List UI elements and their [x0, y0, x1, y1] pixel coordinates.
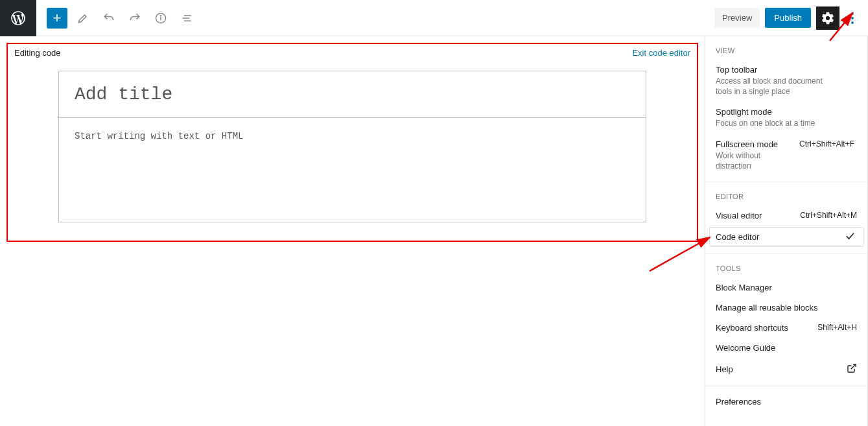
editor-box — [58, 71, 646, 222]
menu-desc: Focus on one block at a time — [716, 118, 832, 128]
svg-line-9 — [851, 364, 856, 369]
editor-heading: Editor — [705, 187, 867, 206]
menu-label-text: Keyboard shortcuts — [716, 323, 788, 333]
code-editor-bar: Editing code Exit code editor — [14, 48, 690, 58]
preview-button[interactable]: Preview — [714, 8, 760, 28]
view-heading: View — [705, 41, 867, 60]
svg-point-6 — [851, 12, 854, 15]
svg-point-8 — [851, 21, 854, 24]
wordpress-logo[interactable] — [0, 0, 36, 36]
redo-icon — [128, 12, 141, 25]
body-field-wrap — [59, 118, 646, 222]
menu-label: Visual editor Ctrl+Shift+Alt+M — [716, 211, 857, 220]
content-area: Editing code Exit code editor — [0, 36, 705, 426]
external-link-icon — [847, 363, 857, 375]
info-button[interactable] — [150, 8, 171, 29]
menu-code-editor[interactable]: Code editor — [709, 227, 863, 247]
tools-heading: Tools — [705, 259, 867, 278]
menu-label-text: Code editor — [716, 232, 759, 242]
menu-block-manager[interactable]: Block Manager — [705, 278, 867, 298]
menu-label: Preferences — [716, 397, 857, 407]
svg-point-2 — [161, 15, 161, 16]
menu-label: Help — [716, 363, 857, 375]
wordpress-icon — [10, 10, 27, 27]
menu-desc: Access all block and document tools in a… — [716, 76, 832, 97]
menu-desc: Work without distraction — [716, 150, 774, 171]
menu-top-toolbar[interactable]: Top toolbar Access all block and documen… — [705, 60, 867, 102]
top-toolbar: + Preview Publish — [0, 0, 868, 36]
dropdown-section-editor: Editor Visual editor Ctrl+Shift+Alt+M Co… — [705, 182, 867, 254]
redo-button[interactable] — [124, 8, 145, 29]
menu-preferences[interactable]: Preferences — [705, 392, 867, 412]
shortcut-label: Ctrl+Shift+Alt+M — [800, 211, 857, 220]
dropdown-section-prefs: Preferences — [705, 386, 867, 417]
shortcut-label: Ctrl+Shift+Alt+F — [799, 139, 854, 148]
settings-button[interactable] — [816, 6, 839, 30]
title-field-wrap — [59, 71, 646, 118]
main-area: Editing code Exit code editor View Top t… — [0, 36, 868, 426]
menu-reusable-blocks[interactable]: Manage all reusable blocks — [705, 298, 867, 318]
shortcut-check-group: Ctrl+Shift+Alt+F — [799, 139, 860, 149]
menu-label: Welcome Guide — [716, 343, 857, 353]
menu-label: Top toolbar — [716, 65, 857, 75]
toolbar-right-group: Preview Publish — [714, 6, 868, 30]
undo-button[interactable] — [99, 8, 119, 29]
check-icon — [844, 230, 856, 244]
title-input[interactable] — [75, 84, 630, 104]
menu-label-text: Help — [716, 364, 733, 374]
menu-label: Block Manager — [716, 283, 857, 292]
add-block-button[interactable]: + — [47, 8, 67, 29]
publish-button[interactable]: Publish — [765, 8, 811, 28]
list-icon — [180, 12, 193, 25]
menu-label: Manage all reusable blocks — [716, 303, 857, 313]
menu-spotlight-mode[interactable]: Spotlight mode Focus on one block at a t… — [705, 102, 867, 134]
undo-icon — [102, 12, 115, 25]
dropdown-section-view: View Top toolbar Access all block and do… — [705, 36, 867, 182]
menu-label: Spotlight mode — [716, 107, 857, 117]
toolbar-left-group: + — [36, 8, 197, 29]
editing-code-label: Editing code — [14, 48, 61, 58]
more-options-button[interactable] — [845, 6, 860, 30]
edit-tool-button[interactable] — [73, 8, 93, 29]
outline-button[interactable] — [176, 8, 197, 29]
dropdown-section-tools: Tools Block Manager Manage all reusable … — [705, 254, 867, 386]
shortcut-label: Shift+Alt+H — [817, 323, 857, 332]
menu-label: Keyboard shortcuts Shift+Alt+H — [716, 323, 857, 333]
svg-point-7 — [851, 17, 854, 19]
gear-icon — [821, 11, 835, 25]
menu-help[interactable]: Help — [705, 358, 867, 381]
info-icon — [154, 12, 167, 25]
kebab-icon — [851, 12, 854, 24]
menu-welcome-guide[interactable]: Welcome Guide — [705, 338, 867, 358]
menu-visual-editor[interactable]: Visual editor Ctrl+Shift+Alt+M — [705, 206, 867, 226]
annotation-highlight-box: Editing code Exit code editor — [6, 43, 698, 242]
menu-fullscreen-mode[interactable]: Fullscreen mode Work without distraction… — [705, 134, 867, 176]
body-textarea[interactable] — [75, 131, 630, 209]
pencil-icon — [76, 12, 89, 25]
menu-keyboard-shortcuts[interactable]: Keyboard shortcuts Shift+Alt+H — [705, 318, 867, 338]
menu-label: Code editor — [716, 232, 857, 242]
more-options-dropdown: View Top toolbar Access all block and do… — [705, 36, 868, 426]
menu-label-text: Visual editor — [716, 211, 762, 220]
exit-code-editor-link[interactable]: Exit code editor — [632, 48, 690, 58]
